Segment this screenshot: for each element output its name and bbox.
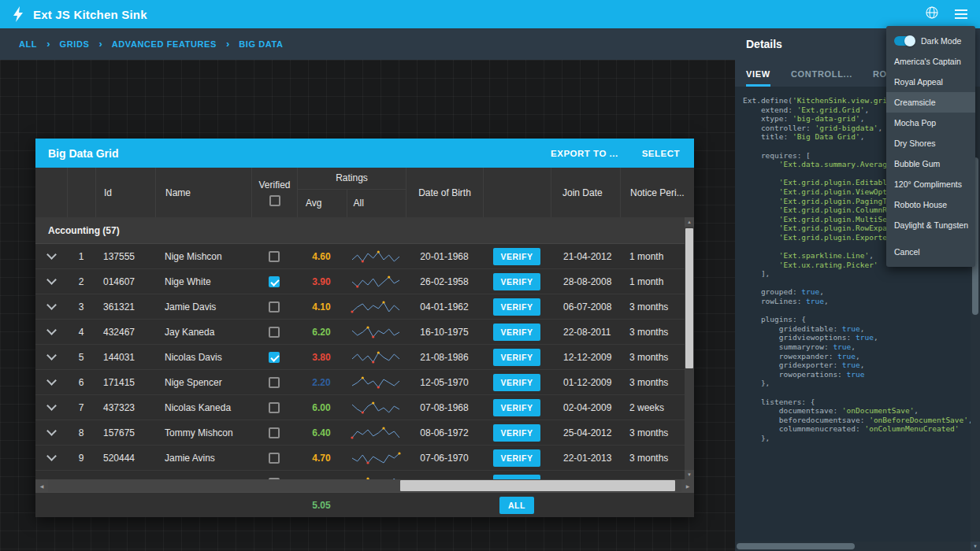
verify-cell: VERIFY (483, 248, 551, 265)
scrollbar-thumb[interactable] (400, 480, 675, 491)
scroll-down-icon[interactable]: ▼ (685, 470, 694, 479)
globe-icon[interactable] (925, 6, 939, 23)
verify-cell: VERIFY (483, 324, 551, 341)
code-line: beforedocumentsave: 'onBeforeDocumentSav… (743, 416, 971, 425)
avg-rating-cell: 4.10 (297, 301, 346, 312)
verify-button[interactable]: VERIFY (493, 248, 540, 265)
dark-mode-toggle[interactable] (894, 36, 915, 46)
menu-item-theme[interactable]: Mocha Pop (886, 113, 975, 133)
verify-button[interactable]: VERIFY (493, 298, 540, 316)
app-root: Ext JS Kitchen Sink ALL›GRIDS›ADVANCED F… (0, 0, 980, 551)
menu-item-theme[interactable]: Roboto House (886, 194, 975, 215)
details-horizontal-scrollbar[interactable] (735, 542, 971, 551)
verified-cell (251, 251, 297, 262)
menu-item-dark-mode[interactable]: Dark Mode (886, 31, 975, 51)
row-number-cell: 4 (67, 327, 95, 338)
verify-button[interactable]: VERIFY (493, 324, 540, 341)
verified-cell (251, 453, 297, 464)
row-expander[interactable] (35, 405, 67, 409)
verify-button[interactable]: VERIFY (493, 273, 540, 290)
summary-all-cell: ALL (483, 493, 551, 517)
verify-cell: VERIFY (483, 424, 551, 442)
verified-cell (251, 301, 297, 312)
theme-label: Dry Shores (894, 139, 936, 148)
header-all[interactable]: All (347, 190, 406, 217)
row-expander[interactable] (35, 380, 67, 384)
tab-controll[interactable]: CONTROLL... (791, 69, 852, 87)
id-cell: 014607 (95, 276, 155, 287)
verify-all-button[interactable]: ALL (499, 497, 534, 514)
row-expander[interactable] (35, 355, 67, 359)
grid-vertical-scrollbar[interactable]: ▲ ▼ (685, 217, 694, 479)
verified-checkbox[interactable] (269, 327, 280, 338)
verified-checkbox[interactable] (269, 251, 280, 262)
id-cell: 432467 (95, 327, 155, 338)
join-date-cell: 25-04-2012 (551, 427, 620, 438)
verify-button[interactable]: VERIFY (493, 449, 540, 467)
dob-cell: 04-01-1962 (406, 301, 483, 312)
scrollbar-thumb[interactable] (685, 228, 693, 368)
header-name[interactable]: Name (155, 168, 251, 217)
header-notice-period[interactable]: Notice Peri... (620, 168, 694, 217)
breadcrumb-item[interactable]: ALL (19, 39, 37, 49)
verify-button[interactable]: VERIFY (493, 374, 540, 391)
chevron-down-icon (46, 451, 57, 461)
breadcrumb-item[interactable]: BIG DATA (239, 39, 283, 49)
row-expander[interactable] (35, 305, 67, 309)
verified-checkbox[interactable] (269, 276, 280, 287)
ratings-sparkline-cell (346, 351, 406, 364)
menu-item-cancel[interactable]: Cancel (886, 242, 975, 262)
row-expander[interactable] (35, 330, 67, 334)
header-dob[interactable]: Date of Birth (406, 168, 483, 217)
menu-icon[interactable] (955, 7, 967, 21)
header-join-date[interactable]: Join Date (551, 168, 620, 217)
tab-view[interactable]: VIEW (746, 69, 770, 87)
header-avg[interactable]: Avg (298, 190, 347, 217)
panel-header: Big Data Grid EXPORT TO ... SELECT (35, 139, 694, 168)
verified-checkbox[interactable] (269, 402, 280, 413)
ratings-sparkline-cell (346, 276, 406, 288)
group-row[interactable]: Accounting (57) (35, 217, 685, 244)
verify-button[interactable]: VERIFY (493, 349, 540, 366)
menu-item-theme[interactable]: 120° Compliments (886, 174, 975, 194)
ratings-sparkline-cell (346, 326, 406, 338)
select-button[interactable]: SELECT (642, 149, 680, 158)
menu-item-theme[interactable]: Dry Shores (886, 133, 975, 153)
notice-period-cell: 3 months (620, 427, 685, 438)
scrollbar-thumb[interactable] (737, 543, 855, 549)
breadcrumb-item[interactable]: ADVANCED FEATURES (112, 39, 217, 49)
menu-item-theme[interactable]: Bubble Gum (886, 153, 975, 174)
verify-button[interactable]: VERIFY (493, 399, 540, 416)
name-cell: Jamie Davis (155, 301, 251, 312)
verified-checkbox[interactable] (269, 453, 280, 464)
header-actions (483, 168, 551, 217)
join-date-cell: 02-04-2009 (551, 402, 620, 413)
verified-checkbox[interactable] (269, 377, 280, 388)
verified-checkbox[interactable] (269, 301, 280, 312)
row-expander[interactable] (35, 431, 67, 435)
row-number-cell: 6 (67, 377, 95, 388)
scroll-left-icon[interactable]: ◀ (35, 479, 48, 492)
header-verified[interactable]: Verified (251, 168, 297, 217)
header-ratings[interactable]: Ratings (298, 168, 406, 190)
menu-item-theme[interactable]: America's Captain (886, 51, 975, 72)
verified-checkbox[interactable] (269, 352, 280, 363)
header-id[interactable]: Id (95, 168, 155, 217)
scroll-down-icon[interactable]: ▼ (971, 542, 980, 551)
row-expander[interactable] (35, 456, 67, 460)
scroll-right-icon[interactable]: ▶ (681, 479, 694, 492)
verified-header-checkbox[interactable] (269, 195, 280, 206)
verify-button[interactable]: VERIFY (493, 424, 540, 442)
menu-item-theme[interactable]: Royal Appeal (886, 72, 975, 92)
verified-cell (251, 402, 297, 413)
menu-item-theme[interactable]: Creamsicle (886, 92, 975, 113)
grid-horizontal-scrollbar[interactable]: ◀ ▶ (35, 479, 694, 492)
row-expander[interactable] (35, 279, 67, 283)
export-button[interactable]: EXPORT TO ... (551, 149, 618, 158)
verified-checkbox[interactable] (269, 427, 280, 438)
breadcrumb-item[interactable]: GRIDS (60, 39, 90, 49)
row-expander[interactable] (35, 254, 67, 258)
menu-item-theme[interactable]: Daylight & Tungsten (886, 215, 975, 235)
scroll-up-icon[interactable]: ▲ (685, 217, 694, 227)
code-line: gridviewoptions: true, (743, 333, 971, 342)
